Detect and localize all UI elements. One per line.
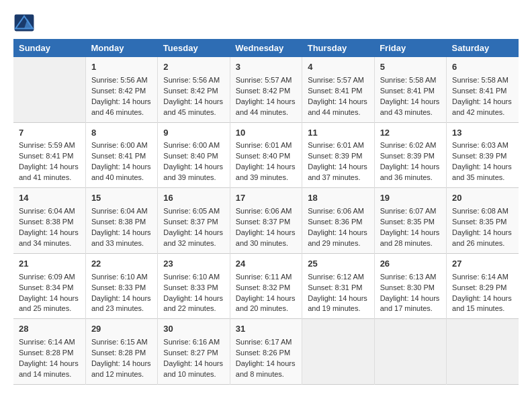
page-header (13, 13, 519, 32)
daylight-text: Daylight: 14 hours and 15 minutes. (452, 294, 512, 313)
header-friday: Friday (374, 39, 446, 57)
sunrise-text: Sunrise: 6:10 AM (91, 273, 148, 281)
sunset-text: Sunset: 8:38 PM (19, 218, 73, 226)
daylight-text: Daylight: 14 hours and 29 minutes. (308, 228, 367, 247)
sunrise-text: Sunrise: 6:01 AM (236, 141, 292, 149)
sunrise-text: Sunrise: 6:09 AM (19, 273, 75, 281)
sunrise-text: Sunrise: 5:56 AM (91, 76, 148, 84)
calendar-week-row: 14Sunrise: 6:04 AMSunset: 8:38 PMDayligh… (13, 188, 519, 254)
sunrise-text: Sunrise: 5:58 AM (452, 76, 508, 84)
daylight-text: Daylight: 14 hours and 20 minutes. (236, 294, 296, 313)
logo-icon (13, 13, 35, 32)
sunset-text: Sunset: 8:33 PM (91, 283, 146, 291)
sunrise-text: Sunrise: 5:58 AM (380, 76, 437, 84)
daylight-text: Daylight: 14 hours and 8 minutes. (236, 359, 296, 378)
day-number: 8 (91, 127, 152, 140)
sunset-text: Sunset: 8:41 PM (452, 87, 506, 95)
header-thursday: Thursday (302, 39, 374, 57)
daylight-text: Daylight: 14 hours and 17 minutes. (380, 294, 440, 313)
sunset-text: Sunset: 8:32 PM (236, 283, 290, 291)
calendar-cell (302, 319, 374, 385)
sunrise-text: Sunrise: 6:00 AM (163, 141, 220, 149)
sunset-text: Sunset: 8:40 PM (236, 152, 290, 160)
calendar-cell: 28Sunrise: 6:14 AMSunset: 8:28 PMDayligh… (13, 319, 85, 385)
calendar-cell: 17Sunrise: 6:06 AMSunset: 8:37 PMDayligh… (230, 188, 302, 254)
calendar-cell: 10Sunrise: 6:01 AMSunset: 8:40 PMDayligh… (230, 122, 302, 188)
calendar-cell: 12Sunrise: 6:02 AMSunset: 8:39 PMDayligh… (374, 122, 446, 188)
day-number: 21 (19, 258, 80, 271)
calendar-cell: 13Sunrise: 6:03 AMSunset: 8:39 PMDayligh… (447, 122, 519, 188)
calendar-cell: 27Sunrise: 6:14 AMSunset: 8:29 PMDayligh… (447, 253, 519, 319)
sunrise-text: Sunrise: 6:06 AM (308, 207, 364, 215)
day-number: 1 (91, 61, 152, 74)
calendar-cell: 6Sunrise: 5:58 AMSunset: 8:41 PMDaylight… (447, 57, 519, 122)
header-tuesday: Tuesday (158, 39, 230, 57)
sunrise-text: Sunrise: 5:57 AM (308, 76, 364, 84)
calendar-cell: 15Sunrise: 6:04 AMSunset: 8:38 PMDayligh… (85, 188, 157, 254)
sunset-text: Sunset: 8:40 PM (163, 152, 218, 160)
calendar-cell: 23Sunrise: 6:10 AMSunset: 8:33 PMDayligh… (158, 253, 230, 319)
calendar-cell: 31Sunrise: 6:17 AMSunset: 8:26 PMDayligh… (230, 319, 302, 385)
sunrise-text: Sunrise: 6:15 AM (91, 338, 148, 346)
daylight-text: Daylight: 14 hours and 46 minutes. (91, 97, 151, 116)
sunset-text: Sunset: 8:28 PM (91, 349, 146, 357)
daylight-text: Daylight: 14 hours and 44 minutes. (308, 97, 367, 116)
daylight-text: Daylight: 14 hours and 35 minutes. (452, 163, 512, 181)
calendar-cell: 29Sunrise: 6:15 AMSunset: 8:28 PMDayligh… (85, 319, 157, 385)
sunset-text: Sunset: 8:39 PM (452, 152, 506, 160)
calendar-cell (447, 319, 519, 385)
sunset-text: Sunset: 8:42 PM (91, 87, 146, 95)
day-number: 11 (308, 127, 368, 140)
daylight-text: Daylight: 14 hours and 34 minutes. (19, 228, 79, 247)
day-number: 25 (308, 258, 368, 271)
sunrise-text: Sunrise: 6:04 AM (91, 207, 148, 215)
daylight-text: Daylight: 14 hours and 25 minutes. (19, 294, 79, 313)
daylight-text: Daylight: 14 hours and 14 minutes. (19, 359, 79, 378)
sunset-text: Sunset: 8:28 PM (19, 349, 73, 357)
sunrise-text: Sunrise: 5:59 AM (19, 141, 75, 149)
calendar-week-row: 28Sunrise: 6:14 AMSunset: 8:28 PMDayligh… (13, 319, 519, 385)
sunrise-text: Sunrise: 6:03 AM (452, 141, 508, 149)
calendar-cell: 14Sunrise: 6:04 AMSunset: 8:38 PMDayligh… (13, 188, 85, 254)
day-number: 5 (380, 61, 441, 74)
sunset-text: Sunset: 8:33 PM (163, 283, 218, 291)
sunrise-text: Sunrise: 5:57 AM (236, 76, 292, 84)
sunrise-text: Sunrise: 6:08 AM (452, 207, 508, 215)
daylight-text: Daylight: 14 hours and 32 minutes. (163, 228, 223, 247)
calendar-cell: 22Sunrise: 6:10 AMSunset: 8:33 PMDayligh… (85, 253, 157, 319)
daylight-text: Daylight: 14 hours and 40 minutes. (91, 163, 151, 181)
daylight-text: Daylight: 14 hours and 23 minutes. (91, 294, 151, 313)
daylight-text: Daylight: 14 hours and 41 minutes. (19, 163, 79, 181)
calendar-week-row: 21Sunrise: 6:09 AMSunset: 8:34 PMDayligh… (13, 253, 519, 319)
calendar-cell: 18Sunrise: 6:06 AMSunset: 8:36 PMDayligh… (302, 188, 374, 254)
calendar-cell: 5Sunrise: 5:58 AMSunset: 8:41 PMDaylight… (374, 57, 446, 122)
sunrise-text: Sunrise: 6:00 AM (91, 141, 148, 149)
calendar-table: SundayMondayTuesdayWednesdayThursdayFrid… (13, 39, 519, 385)
day-number: 31 (236, 323, 296, 336)
calendar-cell: 21Sunrise: 6:09 AMSunset: 8:34 PMDayligh… (13, 253, 85, 319)
sunrise-text: Sunrise: 6:07 AM (380, 207, 437, 215)
day-number: 9 (163, 127, 224, 140)
sunrise-text: Sunrise: 6:05 AM (163, 207, 220, 215)
daylight-text: Daylight: 14 hours and 28 minutes. (380, 228, 440, 247)
calendar-cell: 2Sunrise: 5:56 AMSunset: 8:42 PMDaylight… (158, 57, 230, 122)
sunrise-text: Sunrise: 6:11 AM (236, 273, 292, 281)
calendar-cell: 19Sunrise: 6:07 AMSunset: 8:35 PMDayligh… (374, 188, 446, 254)
sunset-text: Sunset: 8:34 PM (19, 283, 73, 291)
daylight-text: Daylight: 14 hours and 37 minutes. (308, 163, 367, 181)
day-number: 26 (380, 258, 441, 271)
daylight-text: Daylight: 14 hours and 19 minutes. (308, 294, 367, 313)
sunset-text: Sunset: 8:42 PM (236, 87, 290, 95)
calendar-cell: 11Sunrise: 6:01 AMSunset: 8:39 PMDayligh… (302, 122, 374, 188)
calendar-cell (13, 57, 85, 122)
sunrise-text: Sunrise: 6:06 AM (236, 207, 292, 215)
sunset-text: Sunset: 8:30 PM (380, 283, 435, 291)
day-number: 17 (236, 192, 296, 205)
calendar-cell: 3Sunrise: 5:57 AMSunset: 8:42 PMDaylight… (230, 57, 302, 122)
sunrise-text: Sunrise: 6:17 AM (236, 338, 292, 346)
sunset-text: Sunset: 8:27 PM (163, 349, 218, 357)
daylight-text: Daylight: 14 hours and 10 minutes. (163, 359, 223, 378)
sunset-text: Sunset: 8:35 PM (452, 218, 506, 226)
day-number: 2 (163, 61, 224, 74)
calendar-cell: 7Sunrise: 5:59 AMSunset: 8:41 PMDaylight… (13, 122, 85, 188)
